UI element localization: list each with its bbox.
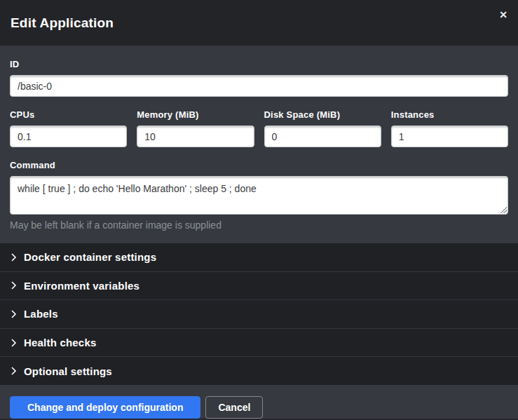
chevron-right-icon: [11, 367, 17, 375]
disk-input[interactable]: [264, 126, 381, 147]
instances-field-group: Instances: [391, 109, 508, 147]
memory-field-group: Memory (MiB): [137, 109, 254, 147]
command-field-group: Command while [ true ] ; do echo 'Hello …: [10, 160, 508, 231]
instances-input[interactable]: [391, 126, 508, 147]
command-label: Command: [10, 160, 508, 170]
resources-row: CPUs Memory (MiB) Disk Space (MiB) Insta…: [10, 109, 508, 147]
cpus-field-group: CPUs: [10, 109, 127, 147]
section-label: Health checks: [24, 337, 96, 348]
cpus-label: CPUs: [10, 109, 127, 120]
chevron-right-icon: [11, 281, 17, 290]
chevron-right-icon: [11, 253, 17, 262]
section-health-checks[interactable]: Health checks: [0, 329, 518, 358]
id-field-group: ID: [10, 59, 508, 97]
section-optional-settings[interactable]: Optional settings: [0, 357, 518, 385]
section-environment-variables[interactable]: Environment variables: [0, 272, 518, 301]
accordion-sections: Docker container settings Environment va…: [0, 243, 518, 385]
disk-label: Disk Space (MiB): [264, 109, 381, 120]
disk-field-group: Disk Space (MiB): [264, 109, 381, 147]
modal-form: ID CPUs Memory (MiB) Disk Space (MiB) In…: [0, 46, 518, 243]
command-help-text: May be left blank if a container image i…: [10, 219, 508, 231]
section-labels[interactable]: Labels: [0, 300, 518, 329]
id-label: ID: [10, 59, 508, 69]
modal-title: Edit Application: [11, 15, 114, 31]
edit-application-modal: Edit Application ✕ ID CPUs Memory (MiB) …: [0, 0, 518, 420]
instances-label: Instances: [391, 109, 508, 120]
command-textarea[interactable]: while [ true ] ; do echo 'Hello Marathon…: [10, 176, 508, 215]
memory-label: Memory (MiB): [137, 109, 254, 120]
cancel-button[interactable]: Cancel: [205, 396, 263, 419]
section-label: Labels: [24, 308, 58, 320]
id-input[interactable]: [10, 75, 508, 97]
chevron-right-icon: [11, 339, 17, 347]
section-docker-container-settings[interactable]: Docker container settings: [0, 243, 518, 272]
section-label: Environment variables: [24, 280, 139, 292]
section-label: Docker container settings: [24, 251, 156, 263]
chevron-right-icon: [11, 310, 17, 318]
memory-input[interactable]: [137, 126, 254, 147]
section-label: Optional settings: [24, 365, 112, 377]
cpus-input[interactable]: [10, 126, 127, 147]
modal-footer: Change and deploy configuration Cancel: [0, 385, 518, 420]
close-icon[interactable]: ✕: [499, 10, 507, 20]
modal-header: Edit Application ✕: [0, 0, 518, 46]
change-and-deploy-button[interactable]: Change and deploy configuration: [10, 396, 200, 419]
